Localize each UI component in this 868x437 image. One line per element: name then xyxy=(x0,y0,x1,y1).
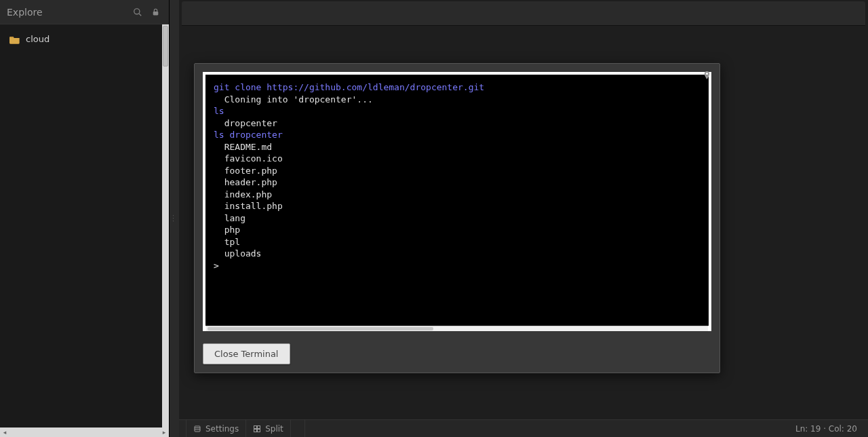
tree-item-cloud[interactable]: cloud xyxy=(0,31,162,47)
pane-resize-gutter[interactable]: ··· xyxy=(170,0,179,437)
terminal-output-line: dropcenter xyxy=(214,117,701,130)
statusbar-split[interactable]: Split xyxy=(246,420,291,437)
statusbar-spacer xyxy=(291,420,305,437)
terminal-command-line: ls xyxy=(214,105,701,117)
pin-icon[interactable] xyxy=(703,71,711,81)
editor-body: git clone https://github.com/ldleman/dro… xyxy=(179,26,868,419)
terminal-hscrollbar[interactable] xyxy=(206,326,708,331)
terminal-output-line: header.php xyxy=(214,176,701,189)
statusbar-split-label: Split xyxy=(265,424,283,434)
close-terminal-button[interactable]: Close Terminal xyxy=(203,343,290,364)
statusbar-settings-label: Settings xyxy=(205,424,239,434)
sidebar-hscrollbar[interactable]: ◂ ▸ xyxy=(0,428,169,437)
scroll-right-icon[interactable]: ▸ xyxy=(161,429,167,436)
lock-icon[interactable] xyxy=(149,5,162,19)
terminal-output-line: install.php xyxy=(214,200,701,212)
terminal-output-line: footer.php xyxy=(214,165,701,177)
terminal-output[interactable]: git clone https://github.com/ldleman/dro… xyxy=(203,72,711,326)
svg-rect-8 xyxy=(254,429,257,432)
terminal-output-line: uploads xyxy=(214,248,701,260)
svg-rect-6 xyxy=(254,425,257,428)
terminal-output-line: Cloning into 'dropcenter'... xyxy=(214,94,701,106)
svg-line-1 xyxy=(139,14,141,16)
scroll-left-icon[interactable]: ◂ xyxy=(1,429,8,436)
svg-rect-7 xyxy=(258,425,260,428)
terminal-output-line: favicon.ico xyxy=(214,153,701,165)
terminal-command-line: ls dropcenter xyxy=(214,129,701,141)
terminal-output-line: tpl xyxy=(214,236,701,248)
statusbar: Settings Split Ln: 19 · Col: 20 xyxy=(179,419,868,437)
split-icon xyxy=(253,425,261,433)
statusbar-settings[interactable]: Settings xyxy=(186,420,246,437)
svg-point-0 xyxy=(134,8,140,14)
editor-pane: git clone https://github.com/ldleman/dro… xyxy=(179,0,868,437)
svg-rect-3 xyxy=(195,426,200,432)
folder-icon xyxy=(9,35,20,44)
sidebar-header: Explore xyxy=(0,0,169,24)
terminal-output-line: php xyxy=(214,224,701,236)
settings-icon xyxy=(193,425,201,433)
terminal-prompt: > xyxy=(214,260,701,272)
terminal-output-line: README.md xyxy=(214,141,701,153)
editor-tabbar[interactable] xyxy=(182,1,865,26)
tree-item-label: cloud xyxy=(26,34,50,44)
terminal-command-line: git clone https://github.com/ldleman/dro… xyxy=(214,81,701,94)
file-tree: cloud xyxy=(0,24,169,428)
search-icon[interactable] xyxy=(131,5,144,19)
svg-rect-2 xyxy=(153,12,158,15)
sidebar-title: Explore xyxy=(7,7,127,18)
svg-rect-9 xyxy=(258,429,260,432)
terminal-modal: git clone https://github.com/ldleman/dro… xyxy=(194,63,720,373)
cursor-position: Ln: 19 · Col: 20 xyxy=(795,424,861,434)
sidebar: Explore cloud ◂ ▸ xyxy=(0,0,170,437)
sidebar-vscrollbar[interactable] xyxy=(162,24,169,428)
terminal-output-line: index.php xyxy=(214,189,701,201)
terminal-frame: git clone https://github.com/ldleman/dro… xyxy=(203,72,711,331)
terminal-output-line: lang xyxy=(214,212,701,225)
